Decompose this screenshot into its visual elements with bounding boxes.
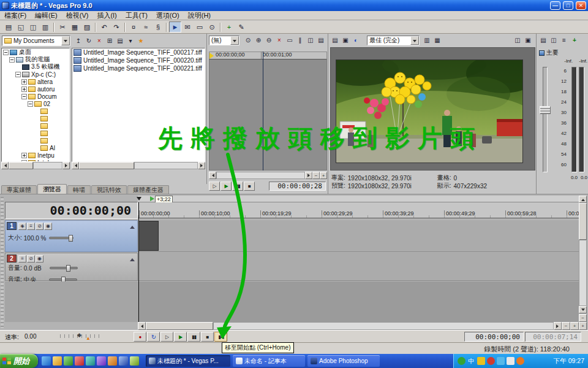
expander-icon[interactable] [9, 57, 15, 63]
marker-flag-icon[interactable] [150, 196, 154, 201]
trimmer-play-from-start-button[interactable]: ▷ [209, 182, 220, 191]
play-from-start-button[interactable]: ▷ [160, 332, 173, 342]
trimmer-zoom-out-button[interactable]: ⊖ [264, 36, 274, 45]
cut-button[interactable]: ✂ [56, 21, 69, 33]
menu-file[interactable]: 檔案(F) [0, 11, 31, 20]
tree-item-folder[interactable]: Al [2, 144, 69, 151]
tray-icon[interactable] [487, 357, 495, 365]
cursor-position-display[interactable]: 00:00:00;00 [464, 332, 524, 342]
expander-icon[interactable] [3, 50, 9, 55]
file-item[interactable]: Untitled_Image Sequence_TIFF_000221.tiff [72, 64, 205, 72]
trimmer-delete-button[interactable]: × [274, 36, 284, 45]
record-button[interactable]: ● [134, 332, 146, 342]
tree-item-c-drive[interactable]: Xp-c (C:) [2, 71, 69, 78]
tray-icon[interactable] [497, 357, 505, 365]
tree-item-folder[interactable] [2, 137, 69, 144]
time-ruler[interactable]: 00:00:00;00 00:00:10;00 00:00:19;29 00:0… [138, 202, 579, 218]
audio-track-lane[interactable] [138, 253, 579, 281]
trimmer-start-marker-icon[interactable] [209, 53, 214, 59]
video-event-clip[interactable] [138, 221, 159, 251]
tree-hscrollbar[interactable] [1, 162, 70, 169]
mute-button[interactable]: ⊘ [27, 255, 35, 263]
add-button[interactable]: + [223, 21, 235, 33]
lock-envelopes-button[interactable]: § [152, 21, 164, 33]
quick-launch-icon[interactable] [130, 356, 139, 366]
expander-icon[interactable] [15, 72, 21, 77]
taskbar-clock[interactable]: 下午 09:27 [554, 357, 584, 366]
tab-transitions[interactable]: 轉場 [67, 185, 91, 194]
ime-indicator-icon[interactable]: 中 [467, 357, 475, 365]
tray-icon[interactable] [477, 357, 485, 365]
track-header-video[interactable]: 1 ◈ ≡ ⊘ ◉ 大小: 100.0 % [5, 220, 138, 252]
maximize-button[interactable]: □ [563, 1, 573, 10]
combo-dropdown-arrow-icon[interactable] [61, 36, 70, 45]
minimize-button[interactable]: — [550, 1, 560, 10]
go-to-start-button[interactable]: ▮◀ [214, 332, 227, 342]
expander-icon[interactable] [28, 101, 33, 107]
expander-icon[interactable] [21, 86, 27, 92]
external-monitor-button[interactable]: ▣ [341, 36, 350, 45]
grid-button[interactable]: ▦ [432, 36, 442, 45]
quick-launch-icon[interactable] [108, 356, 117, 366]
master-bus-header[interactable]: 主要 [539, 48, 559, 57]
track-header-audio[interactable]: 2 ≡ ⊘ ◉ 音量: 0.0 dB 音場: 中央 [5, 253, 138, 281]
pause-button[interactable]: ▮▮ [187, 332, 200, 342]
quick-launch-icon[interactable] [42, 356, 51, 366]
timeline-empty-area[interactable] [138, 282, 579, 322]
trimmer-timecode-display[interactable]: 00:00:00;28 [269, 182, 326, 191]
stop-button[interactable]: ■ [201, 332, 214, 342]
redo-button[interactable]: ↷ [110, 21, 123, 33]
add-to-favorites-button[interactable]: ★ [136, 36, 146, 45]
track-zoom-out-button[interactable]: − [579, 314, 587, 322]
insert-bus-button[interactable]: ▤ [538, 36, 548, 45]
trimmer-stop-button[interactable]: ■ [244, 182, 255, 191]
snap-toggle-button[interactable]: ¤ [127, 21, 140, 33]
views-dropdown-arrow-icon[interactable]: ▾ [126, 36, 135, 45]
tree-item-folder[interactable] [2, 115, 69, 122]
tab-project-media[interactable]: 專案媒體 [1, 185, 37, 194]
timeline-timecode-display[interactable]: 00:00:00;00 [5, 202, 138, 219]
zoom-edit-tool-button[interactable]: ⊙ [206, 21, 218, 33]
menu-help[interactable]: 說明(H) [184, 11, 215, 20]
track-zoom-in-button[interactable]: + [579, 322, 587, 330]
combo-dropdown-arrow-icon[interactable] [230, 36, 239, 45]
dock-handle[interactable] [1, 197, 4, 328]
timeline-cursor[interactable] [138, 202, 139, 322]
mute-button[interactable]: ⊘ [36, 223, 43, 230]
trimmer-copy-button[interactable]: ◫ [306, 36, 315, 45]
up-one-level-button[interactable]: ↥ [74, 36, 83, 45]
track-fx-button[interactable]: ≡ [27, 223, 35, 230]
size-slider[interactable] [49, 237, 74, 239]
trimmer-pause-button[interactable]: ▮▮ [232, 182, 243, 191]
edit-details-button[interactable]: ✎ [235, 21, 247, 33]
tree-item-folder[interactable]: Inetpu [2, 151, 69, 159]
zoom-in-button[interactable]: + [570, 322, 579, 330]
tab-media-generators[interactable]: 媒體產生器 [127, 185, 169, 194]
overlays-button[interactable]: ▥ [422, 36, 432, 45]
envelope-edit-tool-button[interactable]: ✉ [181, 21, 194, 33]
titlebar[interactable]: 未標題的 * - Vegas Pro 9.0 — □ ✕ [0, 0, 588, 11]
timeline-hscrollbar[interactable]: − + [138, 322, 579, 330]
track-minimize-icon[interactable] [130, 223, 135, 229]
combo-drop-arrow-icon[interactable] [410, 36, 419, 45]
trimmer-ruler[interactable]: 00:00:00;00 00:00:01;00 [209, 52, 327, 59]
open-button[interactable]: ◱ [15, 21, 27, 33]
trimmer-selection-button[interactable]: ▭ [285, 36, 295, 45]
menu-insert[interactable]: 插入(I) [92, 11, 121, 20]
mixer-add-button[interactable]: + [570, 36, 579, 45]
folder-path-combo[interactable]: My Documents [2, 36, 70, 46]
start-button[interactable]: 開始 [0, 354, 38, 368]
expander-icon[interactable] [21, 94, 27, 99]
trimmer-play-button[interactable]: ▶ [221, 182, 232, 191]
refresh-button[interactable]: ↻ [84, 36, 94, 45]
views-button[interactable]: ▤ [115, 36, 125, 45]
folder-tree[interactable]: 桌面 我的電腦 3.5 軟碟機 Xp-c (C:) altera autoru … [1, 48, 70, 162]
file-item[interactable]: Untitled_Image Sequence_TIFF_000217.tiff [72, 48, 205, 56]
pan-slider[interactable] [49, 278, 77, 281]
menu-options[interactable]: 選項(O) [152, 11, 184, 20]
volume-slider[interactable] [50, 267, 78, 269]
new-folder-button[interactable]: ⊞ [105, 36, 115, 45]
master-fader-handle[interactable] [540, 106, 551, 114]
expander-icon[interactable] [21, 79, 27, 85]
menu-view[interactable]: 檢視(V) [62, 11, 93, 20]
